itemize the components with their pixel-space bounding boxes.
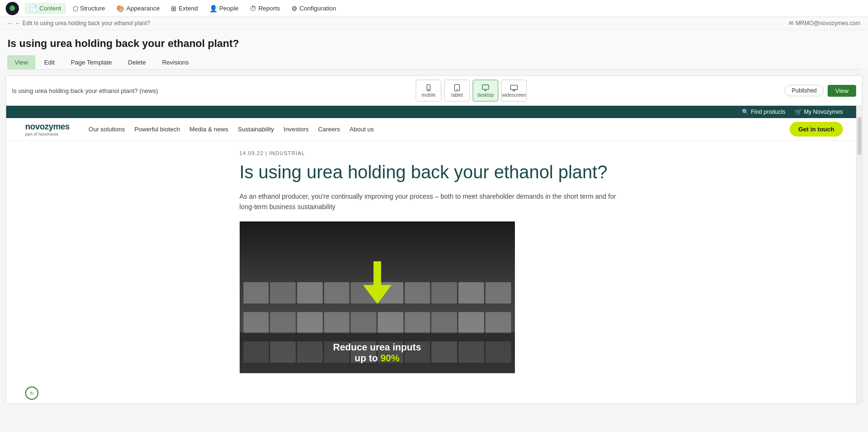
device-tablet-btn[interactable]: tablet <box>444 80 470 101</box>
site-nav-careers[interactable]: Careers <box>318 126 340 133</box>
back-bar: ← ← Edit Is using urea holding back your… <box>0 17 868 30</box>
nav-reports[interactable]: ⏱ Reports <box>245 3 285 14</box>
site-nav-about-us[interactable]: About us <box>350 126 374 133</box>
nav-configuration[interactable]: ⚙ Configuration <box>287 3 341 14</box>
down-arrow-icon <box>363 261 392 305</box>
preview-action-buttons: Published View <box>784 85 856 97</box>
article-image-banner: Reduce urea inputs up to 90% <box>240 221 515 373</box>
nav-people[interactable]: 👤 People <box>205 3 243 14</box>
app-logo <box>6 2 19 15</box>
svg-point-1 <box>428 89 429 90</box>
nav-appearance[interactable]: 🎨 Appearance <box>112 3 164 14</box>
svg-point-3 <box>457 89 457 90</box>
content-icon: 📄 <box>29 5 37 12</box>
device-mobile-btn[interactable]: mobile <box>416 80 441 101</box>
tab-edit[interactable]: Edit <box>37 55 62 69</box>
structure-icon: ⬡ <box>73 5 78 12</box>
reports-icon: ⏱ <box>250 5 256 12</box>
tab-view[interactable]: View <box>8 55 35 69</box>
people-icon: 👤 <box>209 5 217 12</box>
image-banner-line1: Reduce urea inputs <box>249 342 505 353</box>
tab-delete[interactable]: Delete <box>121 55 153 69</box>
preview-container: Is using urea holding back your ethanol … <box>6 75 862 404</box>
find-products-link[interactable]: 🔍 Find products <box>742 109 785 115</box>
svg-rect-6 <box>373 261 381 287</box>
svg-marker-7 <box>363 285 392 304</box>
device-desktop-btn[interactable]: desktop <box>473 80 498 101</box>
site-main-nav: novozymes part of Novonesis Our solution… <box>6 118 862 141</box>
tab-revisions[interactable]: Revisions <box>155 55 196 69</box>
cart-icon: 🛒 <box>795 109 802 115</box>
device-widescreen-btn[interactable]: widescreen <box>501 80 527 101</box>
image-banner-line2: up to 90% <box>249 353 505 364</box>
svg-rect-5 <box>511 85 518 89</box>
page-actions-tabs: View Edit Page Template Delete Revisions <box>8 55 860 70</box>
nav-content[interactable]: 📄 Content <box>25 3 66 14</box>
article-meta: 14.09.22 | INDUSTRIAL <box>240 150 629 156</box>
scrollbar-thumb[interactable] <box>858 117 861 155</box>
site-top-nav: 🔍 Find products 🛒 My Novozymes <box>6 106 862 118</box>
article-area: 14.09.22 | INDUSTRIAL Is using urea hold… <box>221 141 648 383</box>
nz-icon: ↻ <box>25 386 38 400</box>
site-nav-powerful-biotech[interactable]: Powerful biotech <box>134 126 180 133</box>
site-cta-button[interactable]: Get in touch <box>790 122 843 137</box>
configuration-icon: ⚙ <box>291 5 298 12</box>
device-buttons: mobile tablet desktop <box>416 80 527 101</box>
appearance-icon: 🎨 <box>116 5 124 12</box>
site-logo: novozymes part of Novonesis <box>25 122 70 137</box>
site-nav-sustainability[interactable]: Sustainability <box>238 126 274 133</box>
nav-extend[interactable]: ⊞ Extend <box>166 3 202 14</box>
page-title: Is using urea holding back your ethanol … <box>8 37 860 50</box>
back-link[interactable]: ← ← Edit Is using urea holding back your… <box>8 20 150 27</box>
image-overlay-text: Reduce urea inputs up to 90% <box>240 332 515 373</box>
site-bottom-icon: ↻ <box>6 383 862 404</box>
user-icon: ✉ <box>789 20 793 27</box>
back-arrow-icon: ← <box>8 20 13 27</box>
preview-scrollbar[interactable] <box>856 106 862 404</box>
preview-toolbar: Is using urea holding back your ethanol … <box>6 76 862 106</box>
my-novozymes-link[interactable]: 🛒 My Novozymes <box>795 109 843 115</box>
article-title: Is using urea holding back your ethanol … <box>240 162 629 184</box>
preview-page-label: Is using urea holding back your ethanol … <box>12 87 158 94</box>
site-nav-our-solutions[interactable]: Our solutions <box>89 126 125 133</box>
extend-icon: ⊞ <box>171 5 177 12</box>
view-button[interactable]: View <box>828 85 856 97</box>
image-banner-highlight: 90% <box>381 353 400 363</box>
status-badge: Published <box>784 85 824 96</box>
svg-rect-4 <box>482 85 488 89</box>
page-header: Is using urea holding back your ethanol … <box>0 30 868 70</box>
preview-frame: 🔍 Find products 🛒 My Novozymes novozymes… <box>6 106 862 404</box>
user-email: ✉ MRMO@novozymes.com <box>789 20 860 27</box>
article-description: As an ethanol producer, you're continual… <box>240 191 629 212</box>
warehouse-image: Reduce urea inputs up to 90% <box>240 221 515 373</box>
site-nav-media-news[interactable]: Media & news <box>189 126 228 133</box>
top-navigation: 📄 Content ⬡ Structure 🎨 Appearance ⊞ Ext… <box>0 0 868 17</box>
tab-page-template[interactable]: Page Template <box>64 55 119 69</box>
site-nav-investors[interactable]: Investors <box>284 126 309 133</box>
search-icon: 🔍 <box>742 109 749 115</box>
nav-structure[interactable]: ⬡ Structure <box>68 3 110 14</box>
